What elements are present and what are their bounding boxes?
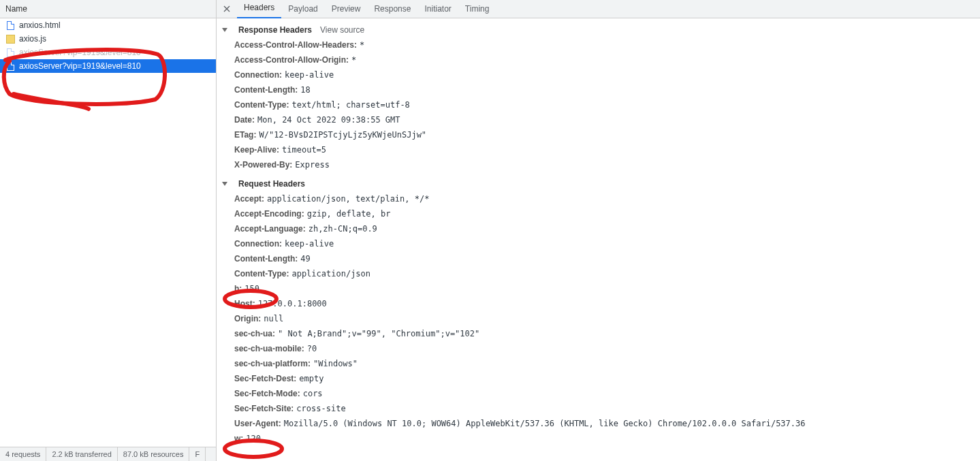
header-value: Express xyxy=(295,160,330,170)
header-value: 120 xyxy=(246,434,261,443)
request-name: axiosServer?vip=1919&level=810 xyxy=(19,48,141,57)
header-value: 49 xyxy=(300,254,310,264)
header-value: * xyxy=(351,55,356,65)
document-icon xyxy=(5,61,15,71)
header-row: Connection:keep-alive xyxy=(222,236,980,251)
header-row: Keep-Alive:timeout=5 xyxy=(222,142,980,157)
header-row: User-Agent:Mozilla/5.0 (Windows NT 10.0;… xyxy=(222,416,980,431)
header-value: cors xyxy=(303,389,323,398)
status-requests: 4 requests xyxy=(0,447,46,462)
section-title: Response Headers xyxy=(238,25,312,35)
header-row: Content-Length:18 xyxy=(222,82,980,97)
disclosure-triangle-icon xyxy=(222,28,227,32)
request-name: anxios.html xyxy=(19,20,61,30)
header-value: application/json xyxy=(291,269,370,279)
section-header[interactable]: Request Headers xyxy=(222,176,980,191)
header-row: Content-Length:49 xyxy=(222,251,980,266)
header-key: Keep-Alive: xyxy=(234,145,279,155)
request-headers-section: Request Headers Accept:application/json,… xyxy=(222,176,980,446)
script-icon xyxy=(5,34,15,44)
header-key: Connection: xyxy=(234,70,282,80)
header-value: Mozilla/5.0 (Windows NT 10.0; WOW64) App… xyxy=(284,419,806,428)
header-key: Content-Length: xyxy=(234,254,298,264)
response-headers-section: Response Headers View source Access-Cont… xyxy=(222,22,980,172)
header-value: keep-alive xyxy=(285,239,334,249)
header-row: Access-Control-Allow-Headers:* xyxy=(222,37,980,52)
section-title: Request Headers xyxy=(238,179,305,189)
header-row: Accept-Language:zh,zh-CN;q=0.9 xyxy=(222,221,980,236)
header-value: 18 xyxy=(300,85,310,95)
header-value: application/json, text/plain, */* xyxy=(267,194,429,204)
header-value: * xyxy=(360,40,364,50)
tab-response[interactable]: Response xyxy=(367,0,417,18)
header-value: null xyxy=(264,314,283,323)
header-value: zh,zh-CN;q=0.9 xyxy=(309,224,377,234)
request-name: axios.js xyxy=(19,34,46,44)
header-row: Date:Mon, 24 Oct 2022 09:38:55 GMT xyxy=(222,112,980,127)
header-key: User-Agent: xyxy=(234,419,281,428)
header-key: Content-Type: xyxy=(234,269,289,279)
header-key: h: xyxy=(234,284,242,293)
header-row: Content-Type:text/html; charset=utf-8 xyxy=(222,97,980,112)
header-value: 127.0.0.1:8000 xyxy=(258,299,327,308)
header-row: sec-ch-ua:" Not A;Brand";v="99", "Chromi… xyxy=(222,326,980,341)
status-transferred: 2.2 kB transferred xyxy=(46,447,117,462)
view-source-link[interactable]: View source xyxy=(320,25,364,35)
tab-payload[interactable]: Payload xyxy=(281,0,324,18)
tab-timing[interactable]: Timing xyxy=(458,0,496,18)
network-requests-panel: Name anxios.html axios.js axiosServer?vi… xyxy=(0,0,217,461)
request-row-selected[interactable]: axiosServer?vip=1919&level=810 xyxy=(0,59,216,73)
request-row[interactable]: anxios.html xyxy=(0,18,216,32)
header-key: Accept: xyxy=(234,194,264,204)
header-row: sec-ch-ua-mobile:?0 xyxy=(222,341,980,356)
close-icon[interactable] xyxy=(221,3,233,15)
header-row: Sec-Fetch-Site:cross-site xyxy=(222,401,980,416)
header-key: Sec-Fetch-Mode: xyxy=(234,389,300,398)
header-key: Sec-Fetch-Dest: xyxy=(234,374,296,383)
header-value: W/"12-BVsD2IPSTcjyLjz5yKWjeUnSJjw" xyxy=(259,130,426,140)
header-key: Connection: xyxy=(234,239,282,249)
status-resources: 87.0 kB resources xyxy=(118,447,190,462)
header-key: Date: xyxy=(234,115,255,125)
header-value: 150 xyxy=(244,284,259,293)
header-row: Accept:application/json, text/plain, */* xyxy=(222,191,980,206)
name-column-header[interactable]: Name xyxy=(0,0,216,18)
request-row[interactable]: axios.js xyxy=(0,32,216,46)
header-key: X-Powered-By: xyxy=(234,160,292,170)
request-list: anxios.html axios.js axiosServer?vip=191… xyxy=(0,18,216,447)
header-key: sec-ch-ua-mobile: xyxy=(234,344,304,353)
header-row: Content-Type:application/json xyxy=(222,266,980,281)
section-header[interactable]: Response Headers View source xyxy=(222,22,980,37)
status-extra: F xyxy=(189,447,206,462)
header-row: Sec-Fetch-Mode:cors xyxy=(222,386,980,401)
header-row: h:150 xyxy=(222,281,980,296)
tab-headers[interactable]: Headers xyxy=(237,0,281,18)
detail-tab-bar: Headers Payload Preview Response Initiat… xyxy=(217,0,980,18)
document-icon xyxy=(5,48,15,57)
header-row: X-Powered-By:Express xyxy=(222,157,980,172)
header-key: Accept-Language: xyxy=(234,224,306,234)
request-name: axiosServer?vip=1919&level=810 xyxy=(19,61,141,71)
headers-detail-body: Response Headers View source Access-Cont… xyxy=(217,18,980,461)
header-row: Sec-Fetch-Dest:empty xyxy=(222,371,980,386)
header-key: Host: xyxy=(234,299,255,308)
header-value: "Windows" xyxy=(313,359,358,368)
header-key: Sec-Fetch-Site: xyxy=(234,404,294,413)
header-value: keep-alive xyxy=(285,70,334,80)
header-row: Host:127.0.0.1:8000 xyxy=(222,296,980,311)
header-row: sec-ch-ua-platform:"Windows" xyxy=(222,356,980,371)
disclosure-triangle-icon xyxy=(222,182,227,186)
request-row[interactable]: axiosServer?vip=1919&level=810 xyxy=(0,46,216,59)
tab-initiator[interactable]: Initiator xyxy=(417,0,458,18)
header-value: timeout=5 xyxy=(282,145,326,155)
header-key: Origin: xyxy=(234,314,261,323)
status-bar: 4 requests 2.2 kB transferred 87.0 kB re… xyxy=(0,447,216,461)
header-value: " Not A;Brand";v="99", "Chromium";v="102… xyxy=(278,329,479,338)
document-icon xyxy=(5,20,15,30)
header-key: sec-ch-ua: xyxy=(234,329,275,338)
tab-preview[interactable]: Preview xyxy=(325,0,368,18)
devtools-root: Name anxios.html axios.js axiosServer?vi… xyxy=(0,0,980,461)
header-key: Access-Control-Allow-Headers: xyxy=(234,40,357,50)
header-row: Origin:null xyxy=(222,311,980,326)
header-key: w: xyxy=(234,434,243,443)
